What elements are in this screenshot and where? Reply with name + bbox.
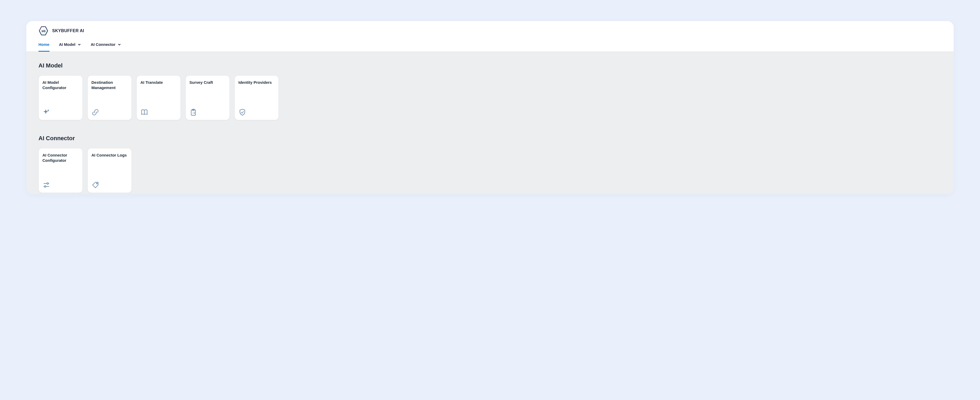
header: sb SKYBUFFER AI Home AI Model AI Connect… (26, 21, 954, 52)
tile-title: Survey Craft (189, 80, 226, 85)
tile-ai-model-configurator[interactable]: AI Model Configurator (38, 75, 83, 120)
section-title: AI Model (38, 62, 942, 69)
tile-identity-providers[interactable]: Identity Providers (234, 75, 279, 120)
link-icon (91, 108, 99, 116)
nav-tab-label: Home (38, 42, 49, 47)
tag-icon (91, 181, 99, 189)
nav-tab-ai-model[interactable]: AI Model (59, 38, 81, 52)
tile-ai-connector-configurator[interactable]: AI Connector Configurator (38, 148, 83, 193)
nav-tab-label: AI Connector (91, 42, 115, 47)
nav-tab-ai-connector[interactable]: AI Connector (91, 38, 121, 52)
sparkle-icon (42, 108, 50, 116)
tile-row: AI Model Configurator Destination Manage… (38, 75, 942, 120)
nav-tab-label: AI Model (59, 42, 76, 47)
tile-title: AI Connector Configurator (42, 153, 79, 163)
svg-text:sb: sb (41, 29, 46, 33)
section-title: AI Connector (38, 135, 942, 142)
tile-survey-craft[interactable]: Survey Craft (186, 75, 230, 120)
chevron-down-icon (118, 43, 121, 46)
book-icon (140, 108, 148, 116)
brand-row: sb SKYBUFFER AI (26, 21, 954, 38)
tile-ai-connector-logs[interactable]: AI Connector Logs (88, 148, 132, 193)
svg-point-11 (47, 183, 48, 184)
tile-title: Destination Management (91, 80, 128, 91)
tile-title: AI Connector Logs (91, 153, 128, 158)
section-ai-connector: AI Connector AI Connector Configurator (38, 135, 942, 193)
brand-name: SKYBUFFER AI (52, 29, 84, 33)
svg-point-13 (44, 186, 46, 187)
chevron-down-icon (78, 43, 81, 46)
nav-tab-home[interactable]: Home (38, 38, 49, 52)
tile-ai-translate[interactable]: AI Translate (137, 75, 181, 120)
tile-title: AI Translate (140, 80, 177, 85)
sliders-icon (42, 181, 50, 189)
tile-row: AI Connector Configurator AI Connector L… (38, 148, 942, 193)
brand-logo-icon: sb (38, 26, 48, 36)
svg-point-14 (96, 183, 97, 184)
shield-check-icon (239, 108, 246, 116)
tile-destination-management[interactable]: Destination Management (88, 75, 132, 120)
tile-title: Identity Providers (239, 80, 275, 85)
section-ai-model: AI Model AI Model Configurator Destinati… (38, 62, 942, 120)
app-window: sb SKYBUFFER AI Home AI Model AI Connect… (26, 21, 954, 194)
content-area: AI Model AI Model Configurator Destinati… (26, 52, 954, 194)
clipboard-icon (189, 108, 197, 116)
tile-title: AI Model Configurator (42, 80, 79, 91)
nav-tabs: Home AI Model AI Connector (26, 38, 954, 51)
